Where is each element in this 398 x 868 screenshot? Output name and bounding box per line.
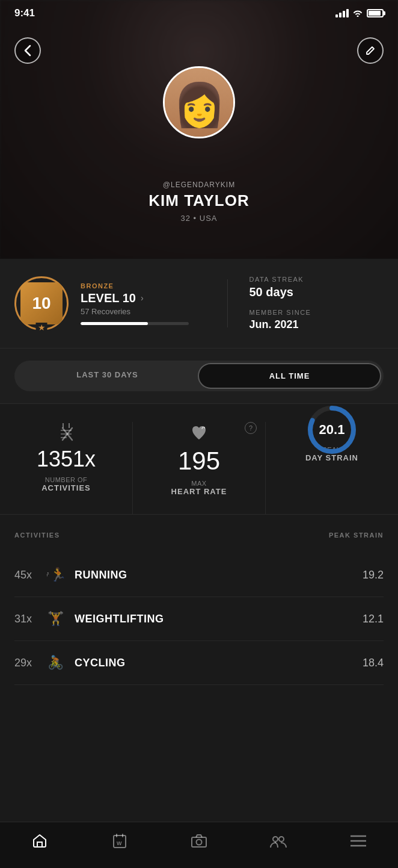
last-30-days-button[interactable]: LAST 30 DAYS <box>17 363 198 389</box>
level-divider <box>227 279 228 327</box>
status-icons <box>335 8 384 19</box>
nav-item-home[interactable] <box>0 829 79 856</box>
running-count: 45x <box>14 569 44 581</box>
heart-rate-stat: ? 195 MAX HEART RATE <box>132 422 265 514</box>
profile-name: KIM TAYLOR <box>0 191 398 210</box>
member-since-label: MEMBER SINCE <box>250 309 384 316</box>
nav-item-camera[interactable] <box>159 831 239 855</box>
level-card: 10 BRONZE LEVEL 10 › 57 Recoveries DATA … <box>0 259 398 349</box>
level-number: 10 <box>20 282 63 324</box>
time-toggle-section: LAST 30 DAYS ALL TIME <box>0 349 398 404</box>
nav-item-social[interactable] <box>239 831 318 855</box>
nav-item-menu[interactable] <box>319 831 398 854</box>
day-strain-icon: 20.1 <box>272 422 392 444</box>
stats-grid: 1351x NUMBER OF ACTIVITIES ? 195 MAX HEA… <box>0 422 398 514</box>
level-arrow-icon[interactable]: › <box>141 293 144 303</box>
level-title: LEVEL 10 <box>81 291 136 305</box>
weightlifting-strain: 12.1 <box>363 613 384 625</box>
svg-point-10 <box>47 572 49 574</box>
activities-icon <box>6 422 126 444</box>
battery-icon <box>367 9 384 17</box>
cycling-icon: 🚴 <box>44 652 66 674</box>
level-tier: BRONZE <box>81 282 215 290</box>
svg-point-17 <box>279 837 284 842</box>
progress-fill <box>81 322 148 325</box>
nav-item-log[interactable]: W <box>79 829 159 856</box>
help-icon[interactable]: ? <box>245 422 257 434</box>
heart-rate-icon <box>139 422 259 444</box>
avatar <box>163 66 235 138</box>
running-strain: 19.2 <box>363 569 384 581</box>
activities-stat: 1351x NUMBER OF ACTIVITIES <box>0 422 132 514</box>
social-icon <box>269 834 287 851</box>
time-toggle-container: LAST 30 DAYS ALL TIME <box>14 361 384 391</box>
activities-label-top: NUMBER OF <box>6 476 126 483</box>
home-icon <box>32 833 47 852</box>
profile-handle: @LEGENDARYKIM <box>0 181 398 189</box>
activities-header: ACTIVITIES PEAK STRAIN <box>14 532 384 539</box>
activity-row-running[interactable]: 45x 🏃 RUNNING 19.2 <box>14 553 384 597</box>
svg-rect-14 <box>192 837 206 847</box>
camera-icon <box>191 834 207 851</box>
log-icon: W <box>112 833 127 852</box>
weightlifting-count: 31x <box>14 613 44 625</box>
cycling-strain: 18.4 <box>363 657 384 669</box>
activity-row-cycling[interactable]: 29x 🚴 CYCLING 18.4 <box>14 641 384 685</box>
running-name: RUNNING <box>75 569 363 581</box>
level-info: BRONZE LEVEL 10 › 57 Recoveries <box>81 282 215 325</box>
svg-point-16 <box>273 837 278 842</box>
cycling-count: 29x <box>14 657 44 669</box>
level-badge[interactable]: 10 <box>14 276 69 330</box>
stats-section: 1351x NUMBER OF ACTIVITIES ? 195 MAX HEA… <box>0 404 398 515</box>
data-streak-label: DATA STREAK <box>250 276 384 283</box>
status-time: 9:41 <box>14 7 35 19</box>
activities-header-label: ACTIVITIES <box>14 532 60 539</box>
running-icon: 🏃 <box>44 564 66 586</box>
svg-rect-1 <box>69 423 70 428</box>
cycling-name: CYCLING <box>75 657 363 669</box>
activities-value: 1351x <box>6 448 126 470</box>
progress-bar <box>81 322 189 325</box>
activities-label-bottom: ACTIVITIES <box>6 483 126 492</box>
day-strain-stat: 20.1 PEAK DAY STRAIN <box>265 422 398 514</box>
heart-rate-value: 195 <box>139 448 259 474</box>
weightlifting-icon: 🏋️ <box>44 608 66 630</box>
profile-info: @LEGENDARYKIM KIM TAYLOR 32 • USA <box>0 181 398 223</box>
heart-rate-label-bottom: HEART RATE <box>139 487 259 496</box>
edit-button[interactable] <box>357 37 384 64</box>
menu-icon <box>351 835 366 851</box>
peak-strain-header-label: PEAK STRAIN <box>329 532 384 539</box>
profile-meta: 32 • USA <box>0 214 398 223</box>
status-bar: 9:41 <box>0 0 398 24</box>
member-since-value: Jun. 2021 <box>250 318 384 331</box>
bottom-nav: W <box>0 822 398 868</box>
activity-row-weightlifting[interactable]: 31x 🏋️ WEIGHTLIFTING 12.1 <box>14 597 384 641</box>
day-strain-value: 20.1 <box>305 403 359 457</box>
data-streak-value: 50 days <box>250 285 384 299</box>
wifi-icon <box>352 8 363 19</box>
hero-section: @LEGENDARYKIM KIM TAYLOR 32 • USA <box>0 0 398 259</box>
streak-info: DATA STREAK 50 days MEMBER SINCE Jun. 20… <box>240 276 384 331</box>
svg-rect-11 <box>37 842 42 847</box>
level-recoveries: 57 Recoveries <box>81 307 215 316</box>
back-button[interactable] <box>14 37 41 64</box>
activities-section: ACTIVITIES PEAK STRAIN 45x 🏃 RUNNING 19.… <box>0 515 398 702</box>
all-time-button[interactable]: ALL TIME <box>198 363 381 389</box>
svg-point-15 <box>197 840 202 845</box>
weightlifting-name: WEIGHTLIFTING <box>75 613 363 625</box>
heart-rate-label-top: MAX <box>139 480 259 487</box>
svg-text:W: W <box>117 840 122 846</box>
signal-icon <box>335 9 349 17</box>
